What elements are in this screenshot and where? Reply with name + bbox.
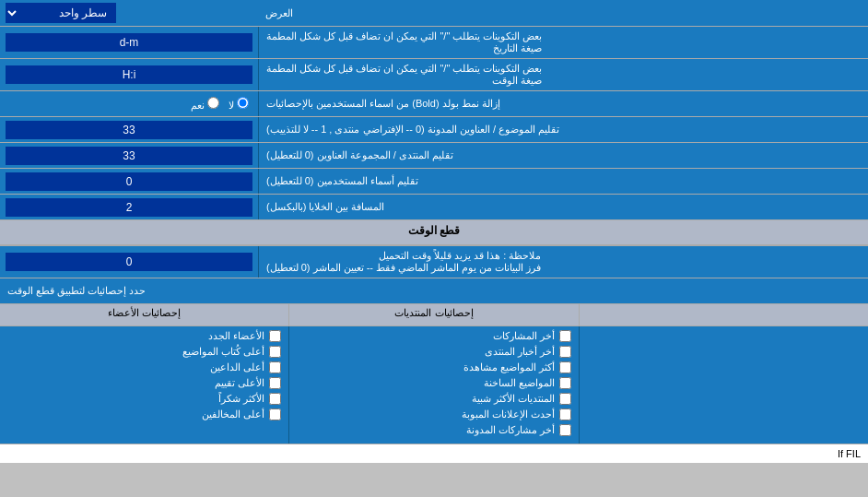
radio-yes[interactable] xyxy=(207,97,219,109)
cb-top-writers[interactable] xyxy=(269,346,281,358)
input-cell-spacing xyxy=(0,195,258,219)
radio-cell-bold: لا نعم xyxy=(0,91,258,116)
checkbox-col1: الأعضاء الجدد أعلى كُتاب المواضيع أعلى ا… xyxy=(0,326,288,444)
col2-header: إحصائيات المنتديات xyxy=(288,304,578,325)
trim-forum-input[interactable] xyxy=(6,147,252,165)
cb-last-blog[interactable] xyxy=(559,424,571,436)
input-cell-trim-forum xyxy=(0,143,258,168)
select-cell: سطر واحد سطرين ثلاثة أسطر xyxy=(0,0,258,26)
input-cell-trim-users xyxy=(0,169,258,194)
input-cell-time xyxy=(0,59,258,90)
label-cell-spacing: المسافة بين الخلايا (بالبكسل) xyxy=(258,195,868,219)
radio-no-label: لا xyxy=(229,97,249,112)
label-trim-topics: تقليم الموضوع / العناوين المدونة (0 -- ا… xyxy=(258,117,868,142)
checkbox-item: أخر أخبار المنتدى xyxy=(297,346,570,358)
cb-hot-topics[interactable] xyxy=(559,377,571,389)
checkbox-item: الأعضاء الجدد xyxy=(7,330,281,342)
checkbox-item: أكثر المواضيع مشاهدة xyxy=(297,361,570,373)
radio-no[interactable] xyxy=(237,97,249,109)
cutoff-input[interactable] xyxy=(6,253,252,271)
label-display: العرض xyxy=(258,0,868,26)
radio-yes-label: نعم xyxy=(191,97,219,112)
cb-most-similar[interactable] xyxy=(559,393,571,405)
display-select[interactable]: سطر واحد سطرين ثلاثة أسطر xyxy=(6,3,116,23)
col3-header xyxy=(579,304,868,325)
checkbox-item: الأكثر شكراً xyxy=(7,393,281,405)
trim-users-input[interactable] xyxy=(6,172,252,191)
label-bold-remove: إزالة نمط بولد (Bold) من اسماء المستخدمي… xyxy=(258,91,868,116)
cb-top-inviters[interactable] xyxy=(269,361,281,373)
date-format-input[interactable] xyxy=(6,33,252,52)
section-header-cutoff: قطع الوقت xyxy=(0,220,868,245)
label-trim-forum: تقليم المنتدى / المجموعة العناوين (0 للت… xyxy=(258,143,868,168)
cb-new-members[interactable] xyxy=(269,330,281,342)
input-cell-trim-topics xyxy=(0,117,258,142)
label-trim-users: تقليم أسماء المستخدمين (0 للتعطيل) xyxy=(258,169,868,194)
cb-most-viewed[interactable] xyxy=(559,361,571,373)
col1-header: إحصائيات الأعضاء xyxy=(0,304,288,325)
checkbox-col3 xyxy=(579,326,868,444)
checkbox-col2: أخر المشاركات أخر أخبار المنتدى أكثر الم… xyxy=(288,326,578,444)
cb-latest-ads[interactable] xyxy=(559,408,571,420)
trim-topics-input[interactable] xyxy=(6,121,252,139)
checkbox-item: أخر المشاركات xyxy=(297,330,570,342)
checkbox-item: المواضيع الساخنة xyxy=(297,377,570,389)
checkbox-item: أعلى كُتاب المواضيع xyxy=(7,346,281,358)
checkbox-item: الأعلى تقييم xyxy=(7,377,281,389)
checkbox-item: أخر مشاركات المدونة xyxy=(297,424,570,436)
label-cutoff: ملاحظة : هذا قد يزيد قليلاً وقت التحميلف… xyxy=(258,246,868,278)
checkbox-item: أعلى المخالفين xyxy=(7,408,281,420)
label-limit: حدد إحصائيات لتطبيق قطع الوقت xyxy=(0,278,868,303)
cb-last-posts[interactable] xyxy=(559,330,571,342)
cell-spacing-input[interactable] xyxy=(6,198,252,217)
checkbox-item: أعلى الداعين xyxy=(7,361,281,373)
checkbox-item: المنتديات الأكثر شبية xyxy=(297,393,570,405)
input-cell-cutoff xyxy=(0,246,258,278)
checkbox-item: أحدث الإعلانات المبوبة xyxy=(297,408,570,420)
input-cell-date xyxy=(0,27,258,58)
cb-top-violators[interactable] xyxy=(269,408,281,420)
time-format-input[interactable] xyxy=(6,65,252,84)
cb-most-thanks[interactable] xyxy=(269,393,281,405)
footer-text: If FIL xyxy=(0,444,868,463)
label-time-format: بعض التكوينات يتطلب "/" التي يمكن ان تضا… xyxy=(258,59,868,90)
cb-top-rated[interactable] xyxy=(269,377,281,389)
cb-last-news[interactable] xyxy=(559,346,571,358)
label-date-format: بعض التكوينات يتطلب "/" التي يمكن ان تضا… xyxy=(258,27,868,58)
